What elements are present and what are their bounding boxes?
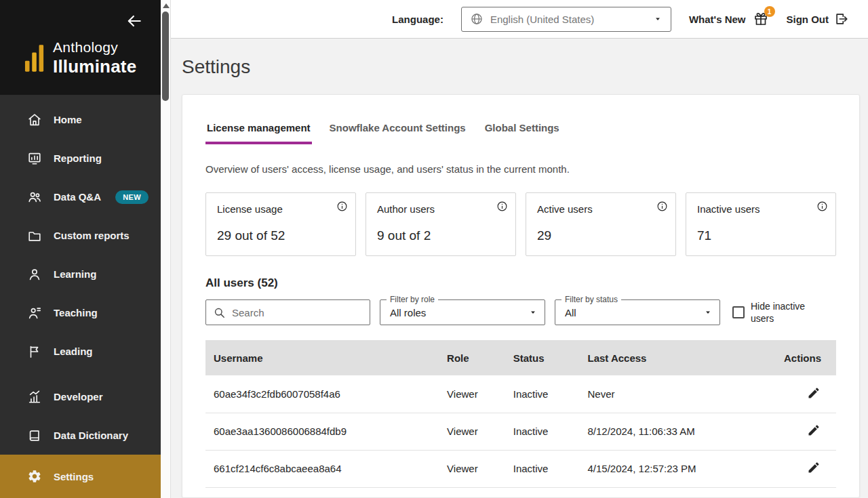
hide-inactive-users-label: Hide inactive users bbox=[751, 300, 813, 325]
stat-label: Inactive users bbox=[697, 203, 826, 215]
sidebar-item-label: Leading bbox=[54, 346, 93, 357]
stat-cards: License usage 29 out of 52 Author users … bbox=[205, 192, 836, 256]
content-area: Settings License management Snowflake Ac… bbox=[171, 39, 868, 498]
edit-user-button[interactable] bbox=[806, 461, 821, 476]
info-icon[interactable] bbox=[496, 201, 508, 212]
language-select[interactable]: English (United States) bbox=[461, 7, 671, 32]
learning-icon bbox=[27, 267, 42, 282]
info-icon[interactable] bbox=[816, 201, 828, 212]
sidebar-item-custom-reports[interactable]: Custom reports bbox=[0, 216, 161, 255]
folder-icon bbox=[27, 228, 42, 243]
cell-status: Inactive bbox=[505, 375, 580, 413]
table-row: 60ae34f3c2fdb6007058f4a6 Viewer Inactive… bbox=[205, 375, 836, 413]
filter-by-status-label: Filter by status bbox=[561, 295, 621, 304]
sidebar-item-leading[interactable]: Leading bbox=[0, 332, 161, 371]
tab-snowflake-account-settings[interactable]: Snowflake Account Settings bbox=[328, 122, 467, 144]
topbar: Language: English (United States) What's… bbox=[171, 0, 868, 39]
info-icon[interactable] bbox=[336, 201, 348, 212]
hide-inactive-users-checkbox[interactable] bbox=[732, 306, 745, 318]
scrollbar-thumb[interactable] bbox=[162, 12, 169, 101]
cell-username: 60ae34f3c2fdb6007058f4a6 bbox=[205, 375, 439, 413]
cell-username: 661cf214cf6c8abcaeea8a64 bbox=[205, 450, 439, 487]
cell-status: Inactive bbox=[505, 413, 580, 450]
sidebar-item-label: Teaching bbox=[54, 307, 98, 318]
info-icon[interactable] bbox=[656, 201, 668, 212]
cell-last-access: Never bbox=[579, 375, 768, 413]
settings-gear-icon bbox=[27, 469, 42, 484]
search-icon bbox=[213, 306, 226, 319]
sidebar-item-developer[interactable]: Developer bbox=[0, 377, 161, 416]
whats-new-label: What's New bbox=[689, 14, 746, 25]
sidebar-item-label: Data Dictionary bbox=[54, 430, 128, 441]
teaching-icon bbox=[27, 306, 42, 320]
edit-user-button[interactable] bbox=[806, 423, 821, 438]
settings-tabs: License management Snowflake Account Set… bbox=[205, 122, 836, 144]
stat-value: 71 bbox=[697, 228, 826, 243]
logo-text: Anthology Illuminate bbox=[53, 39, 136, 77]
user-filters: Filter by role All roles Filter by statu… bbox=[205, 299, 836, 325]
sidebar-item-label: Data Q&A bbox=[54, 191, 101, 203]
sign-out-button[interactable]: Sign Out bbox=[787, 12, 850, 26]
whats-new-button[interactable]: What's New 1 bbox=[689, 11, 769, 27]
logo-line2: Illuminate bbox=[53, 56, 136, 77]
language-label: Language: bbox=[392, 14, 443, 25]
sidebar-item-label: Home bbox=[54, 114, 82, 125]
stat-label: Active users bbox=[537, 203, 666, 215]
hide-inactive-users-checkbox-group[interactable]: Hide inactive users bbox=[732, 300, 813, 325]
chevron-down-icon bbox=[528, 308, 538, 317]
sidebar-item-label: Custom reports bbox=[54, 230, 130, 241]
sidebar-item-settings[interactable]: Settings bbox=[0, 455, 161, 498]
search-box bbox=[205, 299, 370, 325]
chevron-down-icon bbox=[703, 308, 713, 317]
reporting-icon bbox=[27, 151, 42, 166]
stat-label: Author users bbox=[377, 203, 506, 215]
sidebar-item-data-qa[interactable]: Data Q&A NEW bbox=[0, 178, 161, 216]
collapse-sidebar-arrow-icon[interactable] bbox=[125, 12, 143, 30]
column-header-username: Username bbox=[205, 340, 439, 375]
edit-user-button[interactable] bbox=[806, 386, 821, 401]
settings-card: License management Snowflake Account Set… bbox=[182, 94, 860, 498]
table-row: 661cf214cf6c8abcaeea8a64 Viewer Inactive… bbox=[205, 450, 836, 487]
stat-value: 29 out of 52 bbox=[217, 228, 346, 243]
cell-last-access: 4/15/2024, 12:57:23 PM bbox=[579, 450, 768, 487]
gift-icon: 1 bbox=[753, 11, 769, 27]
sidebar-item-data-dictionary[interactable]: Data Dictionary bbox=[0, 416, 161, 455]
stat-value: 29 bbox=[537, 228, 666, 243]
sidebar-item-label: Settings bbox=[54, 471, 94, 482]
new-badge: NEW bbox=[115, 190, 149, 204]
tab-license-management[interactable]: License management bbox=[205, 122, 312, 144]
sidebar-item-reporting[interactable]: Reporting bbox=[0, 139, 161, 178]
tab-global-settings[interactable]: Global Settings bbox=[484, 122, 561, 144]
sidebar-nav: Home Reporting Data Q&A NEW Custom repor… bbox=[0, 95, 161, 498]
logo-line1: Anthology bbox=[53, 39, 136, 56]
overview-text: Overview of users' access, license usage… bbox=[205, 163, 836, 175]
cell-role: Viewer bbox=[439, 375, 505, 413]
search-input[interactable] bbox=[232, 307, 367, 318]
filter-by-status-select[interactable]: Filter by status All bbox=[555, 299, 720, 325]
main-scrollbar[interactable] bbox=[161, 0, 171, 498]
stat-card-active-users: Active users 29 bbox=[526, 192, 676, 256]
scrollbar-up-arrow-icon[interactable] bbox=[163, 3, 170, 8]
table-header-row: Username Role Status Last Access Actions bbox=[205, 340, 836, 375]
sign-out-label: Sign Out bbox=[787, 14, 829, 25]
sidebar-item-label: Learning bbox=[54, 268, 96, 280]
stat-card-inactive-users: Inactive users 71 bbox=[686, 192, 836, 256]
filter-by-role-label: Filter by role bbox=[387, 295, 438, 304]
stat-card-license-usage: License usage 29 out of 52 bbox=[205, 192, 356, 256]
leading-flag-icon bbox=[27, 344, 42, 359]
filter-by-role-select[interactable]: Filter by role All roles bbox=[380, 299, 545, 325]
sidebar-item-learning[interactable]: Learning bbox=[0, 255, 161, 293]
page-title: Settings bbox=[182, 56, 860, 78]
home-icon bbox=[27, 112, 42, 127]
all-users-heading: All users (52) bbox=[205, 276, 836, 290]
anthology-logo-icon bbox=[24, 43, 45, 74]
sidebar-logo-area: Anthology Illuminate bbox=[0, 0, 161, 95]
anthology-illuminate-logo: Anthology Illuminate bbox=[24, 39, 161, 77]
sidebar-item-teaching[interactable]: Teaching bbox=[0, 293, 161, 332]
sidebar-item-home[interactable]: Home bbox=[0, 100, 161, 139]
developer-chart-icon bbox=[27, 390, 42, 404]
sidebar-item-label: Reporting bbox=[54, 152, 102, 164]
whats-new-count-badge: 1 bbox=[764, 6, 775, 17]
filter-by-role-value: All roles bbox=[390, 307, 426, 318]
data-dictionary-book-icon bbox=[27, 428, 42, 443]
